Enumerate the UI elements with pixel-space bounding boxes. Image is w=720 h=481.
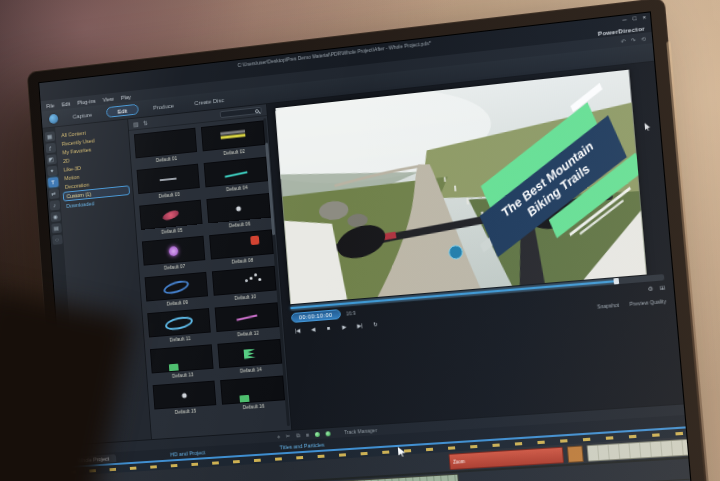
- template-preview: [215, 302, 280, 332]
- close-button[interactable]: ×: [642, 14, 646, 21]
- title-room-icon[interactable]: T: [47, 177, 58, 188]
- template-tile[interactable]: Default 04: [204, 157, 269, 197]
- template-preview: [145, 272, 209, 302]
- maximize-button[interactable]: □: [633, 15, 637, 22]
- range-tool-icon[interactable]: ⧉: [296, 432, 300, 439]
- fullscreen-icon[interactable]: ⊞: [659, 283, 665, 291]
- template-tile[interactable]: Default 02: [201, 120, 266, 160]
- template-tile[interactable]: Default 01: [134, 128, 198, 167]
- template-tile[interactable]: Default 16: [220, 375, 286, 413]
- track-manager-label[interactable]: Track Manager: [344, 427, 377, 435]
- mode-tab-create-disc[interactable]: Create Disc: [188, 95, 229, 107]
- redo-icon[interactable]: ↷: [631, 36, 636, 43]
- menu-bar-icons: ↶ ↷ ⟲: [621, 35, 646, 44]
- snapshot-label[interactable]: Snapshot: [597, 301, 620, 309]
- step-back-button[interactable]: ◀: [307, 325, 318, 332]
- chapter-room-icon[interactable]: ▤: [51, 223, 62, 234]
- transition-room-icon[interactable]: ⇄: [48, 189, 59, 200]
- preview-video[interactable]: The Best Mountain Biking Trails: [275, 70, 647, 305]
- play-button[interactable]: ▶: [339, 323, 350, 330]
- template-tile[interactable]: Default 06: [206, 193, 271, 232]
- split-tool-icon[interactable]: ✂: [286, 433, 291, 439]
- template-tile[interactable]: Default 12: [215, 302, 280, 341]
- template-preview: [220, 375, 285, 404]
- settings-gear-icon[interactable]: ⚙: [647, 284, 653, 292]
- aspect-ratio-label: 16:9: [346, 309, 356, 316]
- menu-plugins[interactable]: Plug-ins: [77, 97, 96, 105]
- overlay-room-icon[interactable]: ◩: [46, 154, 57, 165]
- next-button[interactable]: ▶|: [354, 322, 365, 329]
- template-preview: [217, 339, 282, 369]
- template-tile[interactable]: Default 08: [209, 229, 274, 268]
- mode-tab-capture[interactable]: Capture: [67, 110, 98, 121]
- previous-button[interactable]: |◀: [292, 327, 303, 334]
- template-tile[interactable]: Default 07: [142, 236, 206, 275]
- sort-icon[interactable]: ⇅: [143, 119, 148, 126]
- powerdirector-logo-icon: [49, 113, 59, 124]
- audio-mixing-room-icon[interactable]: ♪: [49, 200, 60, 211]
- stop-button[interactable]: ■: [323, 324, 334, 331]
- menu-file[interactable]: File: [46, 102, 54, 109]
- timeline-link-2[interactable]: Titles and Particles: [279, 441, 324, 450]
- loop-button[interactable]: ↻: [370, 320, 381, 327]
- template-tile[interactable]: Default 14: [217, 339, 283, 377]
- template-tile[interactable]: Default 10: [212, 266, 277, 305]
- menu-view[interactable]: View: [103, 95, 114, 102]
- media-room-icon[interactable]: ▦: [44, 131, 55, 142]
- template-tile[interactable]: Default 05: [139, 200, 203, 239]
- photo-scene: C:\Users\user\Desktop\Pres Demo Material…: [0, 0, 720, 481]
- video-clip-filmstrip[interactable]: [329, 474, 459, 481]
- sync-indicator-icon: [315, 431, 320, 436]
- preview-labels: Snapshot Preview Quality: [597, 297, 667, 309]
- menu-play[interactable]: Play: [121, 93, 131, 100]
- effect-room-icon[interactable]: ƒ: [45, 143, 56, 154]
- mouse-cursor-secondary: [645, 122, 651, 131]
- video-clip[interactable]: [587, 439, 691, 462]
- preview-stage: The Best Mountain Biking Trails: [267, 62, 672, 306]
- select-tool-icon[interactable]: ⌖: [277, 433, 281, 440]
- template-tile[interactable]: Default 09: [145, 272, 209, 310]
- particle-room-icon[interactable]: ✦: [47, 166, 58, 177]
- search-icon: [255, 109, 259, 113]
- template-preview: [147, 308, 211, 337]
- voice-over-room-icon[interactable]: ◉: [50, 212, 61, 223]
- record-ready-icon: [325, 431, 330, 436]
- subtitle-room-icon[interactable]: ◌: [52, 234, 63, 245]
- menu-edit[interactable]: Edit: [61, 100, 70, 107]
- template-tile[interactable]: Default 03: [137, 164, 201, 203]
- filter-icon[interactable]: ▥: [133, 120, 139, 127]
- track-list-icon[interactable]: ≡: [306, 432, 310, 438]
- minimize-button[interactable]: ─: [622, 16, 627, 23]
- preview-panel: The Best Mountain Biking Trails 00:00:1: [267, 62, 684, 430]
- preview-quality-label[interactable]: Preview Quality: [629, 297, 666, 306]
- refresh-icon[interactable]: ⟲: [641, 35, 646, 42]
- undo-icon[interactable]: ↶: [621, 37, 626, 44]
- transition-clip[interactable]: [567, 445, 584, 462]
- seekbar-thumb[interactable]: [613, 278, 619, 285]
- mode-tab-edit[interactable]: Edit: [106, 104, 138, 118]
- mode-tab-produce[interactable]: Produce: [147, 101, 180, 112]
- effect-clip[interactable]: Zoom: [449, 447, 565, 470]
- template-tile[interactable]: Default 11: [147, 308, 211, 346]
- preview-option-icons: ⚙ ⊞: [647, 283, 665, 292]
